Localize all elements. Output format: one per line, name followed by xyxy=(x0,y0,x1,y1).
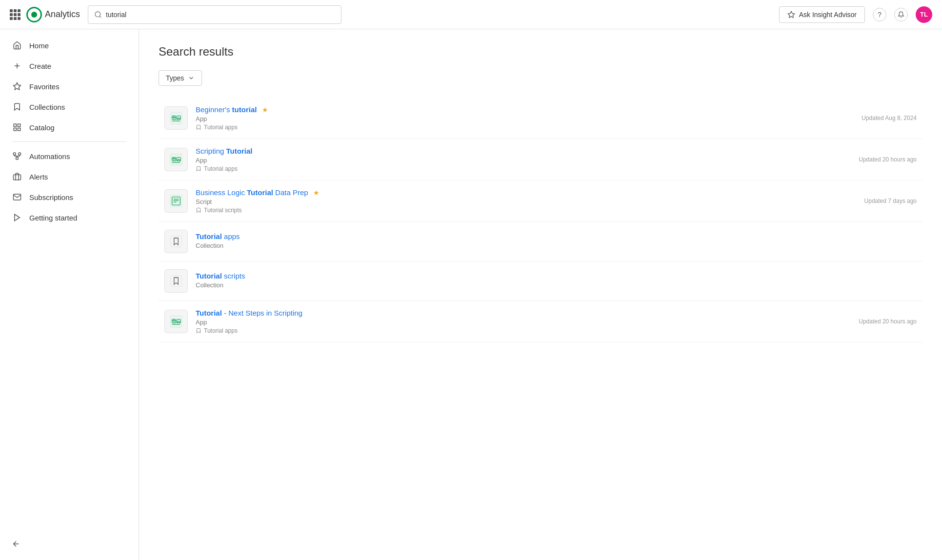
sidebar-item-label: Create xyxy=(29,62,51,70)
sidebar-item-label: Collections xyxy=(29,103,65,111)
result-item-icon xyxy=(164,310,188,333)
sidebar-item-getting-started[interactable]: Getting started xyxy=(0,207,139,228)
result-item-icon xyxy=(164,189,188,213)
sidebar-item-label: Catalog xyxy=(29,123,55,132)
sidebar-item-favorites[interactable]: Favorites xyxy=(0,76,139,97)
result-title: Tutorial - Next Steps in Scripting xyxy=(196,309,859,317)
qlik-logo[interactable]: Analytics xyxy=(26,7,80,22)
title-suffix: Data Prep xyxy=(273,188,308,197)
filters-row: Types xyxy=(159,70,922,86)
title-prefix: Scripting xyxy=(196,147,226,155)
global-search-bar[interactable] xyxy=(88,5,341,24)
result-item-scripting-tutorial[interactable]: Scripting Tutorial App Tutorial apps Upd… xyxy=(159,139,922,180)
svg-point-0 xyxy=(95,12,100,17)
app-icon xyxy=(169,111,183,125)
result-item-icon xyxy=(164,106,188,130)
types-filter-label: Types xyxy=(166,74,184,82)
result-title: Business Logic Tutorial Data Prep ★ xyxy=(196,188,864,197)
result-item-beginners-tutorial[interactable]: Beginner's tutorial ★ App Tutorial apps … xyxy=(159,98,922,139)
qlik-logo-circle xyxy=(26,7,42,22)
result-info: Beginner's tutorial ★ App Tutorial apps xyxy=(196,105,862,131)
sidebar-item-subscriptions[interactable]: Subscriptions xyxy=(0,187,139,207)
result-collection: Tutorial scripts xyxy=(196,207,864,214)
title-prefix: Business Logic xyxy=(196,188,247,197)
grid-menu-icon[interactable] xyxy=(10,9,20,20)
result-item-tutorial-next-steps[interactable]: Tutorial - Next Steps in Scripting App T… xyxy=(159,301,922,342)
sidebar-item-label: Favorites xyxy=(29,82,60,91)
result-type: Collection xyxy=(196,281,917,289)
result-item-icon xyxy=(164,148,188,171)
result-type: Script xyxy=(196,198,864,205)
page-title: Search results xyxy=(159,45,922,59)
collapse-sidebar-button[interactable] xyxy=(12,540,127,548)
title-suffix: scripts xyxy=(222,272,245,280)
insight-advisor-icon xyxy=(787,11,795,19)
result-info: Business Logic Tutorial Data Prep ★ Scri… xyxy=(196,188,864,214)
user-avatar[interactable]: TL xyxy=(916,6,932,23)
collection-icon xyxy=(169,274,183,288)
result-title: Scripting Tutorial xyxy=(196,147,859,155)
types-filter-button[interactable]: Types xyxy=(159,70,202,86)
result-meta: Updated Aug 8, 2024 xyxy=(862,115,917,121)
sidebar-item-alerts[interactable]: Alerts xyxy=(0,166,139,187)
svg-rect-8 xyxy=(18,128,20,131)
help-button[interactable]: ? xyxy=(873,8,886,21)
result-type: App xyxy=(196,157,859,164)
result-info: Tutorial - Next Steps in Scripting App T… xyxy=(196,309,859,334)
sidebar-item-label: Automations xyxy=(29,152,70,160)
search-input[interactable] xyxy=(106,11,335,19)
title-highlight: Tutorial xyxy=(247,188,273,197)
star-icon: ★ xyxy=(262,106,268,114)
collection-name: Tutorial apps xyxy=(204,165,238,172)
sidebar-item-create[interactable]: Create xyxy=(0,56,139,76)
title-suffix: apps xyxy=(222,232,240,240)
search-icon xyxy=(94,11,102,19)
sidebar-item-label: Alerts xyxy=(29,173,48,181)
app-icon xyxy=(169,152,183,167)
result-item-business-logic-tutorial[interactable]: Business Logic Tutorial Data Prep ★ Scri… xyxy=(159,180,922,222)
collection-name: Tutorial scripts xyxy=(204,207,242,214)
title-highlight: Tutorial xyxy=(226,147,253,155)
title-prefix: Beginner's xyxy=(196,105,232,114)
header-left: Analytics xyxy=(10,7,80,22)
result-info: Scripting Tutorial App Tutorial apps xyxy=(196,147,859,172)
result-item-icon xyxy=(164,269,188,293)
sidebar-item-collections[interactable]: Collections xyxy=(0,97,139,117)
sidebar: Home Create Favorites xyxy=(0,29,139,560)
app-icon xyxy=(169,314,183,329)
result-info: Tutorial apps Collection xyxy=(196,232,917,251)
notifications-button[interactable] xyxy=(894,8,908,21)
sidebar-item-automations[interactable]: Automations xyxy=(0,146,139,166)
collection-name: Tutorial apps xyxy=(204,124,238,131)
ask-insight-advisor-button[interactable]: Ask Insight Advisor xyxy=(779,6,865,23)
title-highlight: tutorial xyxy=(232,105,257,114)
svg-marker-18 xyxy=(15,214,20,221)
main-content: Search results Types xyxy=(139,29,942,560)
sidebar-item-catalog[interactable]: Catalog xyxy=(0,117,139,138)
svg-rect-12 xyxy=(16,157,19,160)
title-suffix: - Next Steps in Scripting xyxy=(222,309,302,317)
result-item-tutorial-apps-collection[interactable]: Tutorial apps Collection xyxy=(159,222,922,261)
home-icon xyxy=(12,40,22,51)
result-title: Beginner's tutorial ★ xyxy=(196,105,862,114)
app-body: Home Create Favorites xyxy=(0,29,942,560)
results-list: Beginner's tutorial ★ App Tutorial apps … xyxy=(159,98,922,342)
sidebar-item-home[interactable]: Home xyxy=(0,35,139,56)
svg-rect-38 xyxy=(171,276,181,286)
svg-marker-2 xyxy=(788,11,794,18)
sidebar-item-label: Getting started xyxy=(29,214,77,222)
star-icon: ★ xyxy=(313,189,320,197)
sidebar-bottom xyxy=(0,534,139,554)
sidebar-item-label: Subscriptions xyxy=(29,193,73,201)
bookmark-icon xyxy=(196,207,201,213)
svg-rect-7 xyxy=(18,124,20,126)
script-icon xyxy=(169,194,183,208)
result-item-tutorial-scripts-collection[interactable]: Tutorial scripts Collection xyxy=(159,261,922,301)
svg-marker-5 xyxy=(14,83,21,90)
catalog-icon xyxy=(12,122,22,133)
svg-rect-9 xyxy=(14,128,16,131)
result-meta: Updated 20 hours ago xyxy=(859,156,917,163)
result-type: App xyxy=(196,319,859,326)
result-item-icon xyxy=(164,230,188,253)
collection-name: Tutorial apps xyxy=(204,327,238,334)
